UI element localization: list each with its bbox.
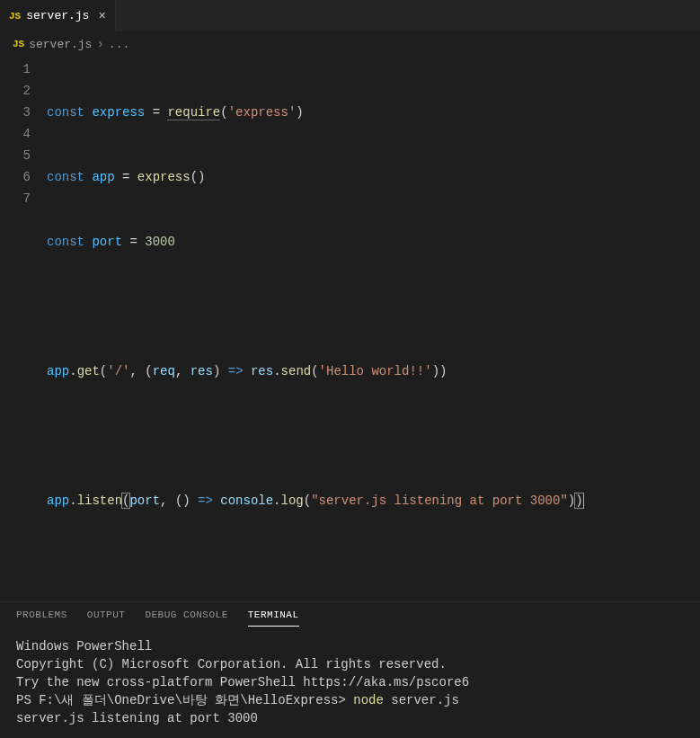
line-number: 1 bbox=[0, 58, 31, 80]
terminal-line: PS F:\새 폴더\OneDrive\바탕 화면\HelloExpress> … bbox=[16, 691, 684, 709]
tab-server-js[interactable]: JS server.js × bbox=[0, 0, 116, 31]
line-gutter: 1 2 3 4 5 6 7 bbox=[0, 58, 47, 601]
code-content[interactable]: const express = require('express') const… bbox=[47, 58, 700, 601]
terminal-line: Try the new cross-platform PowerShell ht… bbox=[16, 673, 684, 691]
terminal-content[interactable]: Windows PowerShell Copyright (C) Microso… bbox=[0, 627, 700, 738]
panel-tabs: PROBLEMS OUTPUT DEBUG CONSOLE TERMINAL bbox=[0, 602, 700, 627]
code-line: app.get('/', (req, res) => res.send('Hel… bbox=[47, 360, 700, 382]
close-icon[interactable]: × bbox=[98, 9, 105, 23]
terminal-line: Copyright (C) Microsoft Corporation. All… bbox=[16, 655, 684, 673]
js-file-icon: JS bbox=[13, 39, 24, 49]
tab-debug-console[interactable]: DEBUG CONSOLE bbox=[145, 609, 227, 627]
line-number: 4 bbox=[0, 123, 31, 145]
breadcrumb-file: server.js bbox=[29, 38, 92, 51]
tab-output[interactable]: OUTPUT bbox=[87, 609, 126, 627]
tab-label: server.js bbox=[26, 9, 89, 22]
line-number: 7 bbox=[0, 188, 31, 209]
line-number: 5 bbox=[0, 145, 31, 166]
code-line: const express = require('express') bbox=[47, 102, 700, 123]
line-number: 6 bbox=[0, 166, 31, 188]
code-editor[interactable]: 1 2 3 4 5 6 7 const express = require('e… bbox=[0, 57, 700, 601]
chevron-right-icon: › bbox=[96, 37, 103, 51]
code-line bbox=[47, 296, 700, 317]
breadcrumb[interactable]: JS server.js › ... bbox=[0, 31, 700, 57]
js-file-icon: JS bbox=[9, 11, 21, 22]
terminal-line: server.js listening at port 3000 bbox=[16, 709, 684, 727]
tab-terminal[interactable]: TERMINAL bbox=[248, 609, 299, 627]
tab-problems[interactable]: PROBLEMS bbox=[16, 609, 67, 627]
line-number: 2 bbox=[0, 80, 31, 102]
code-line: const app = express() bbox=[47, 166, 700, 188]
terminal-line: Windows PowerShell bbox=[16, 637, 684, 655]
line-number: 3 bbox=[0, 102, 31, 123]
code-line bbox=[47, 425, 700, 447]
code-line: app.listen(port, () => console.log("serv… bbox=[47, 490, 700, 511]
code-line: const port = 3000 bbox=[47, 231, 700, 253]
bottom-panel: PROBLEMS OUTPUT DEBUG CONSOLE TERMINAL W… bbox=[0, 601, 700, 738]
tab-bar: JS server.js × bbox=[0, 0, 700, 31]
breadcrumb-ellipsis: ... bbox=[109, 38, 129, 51]
